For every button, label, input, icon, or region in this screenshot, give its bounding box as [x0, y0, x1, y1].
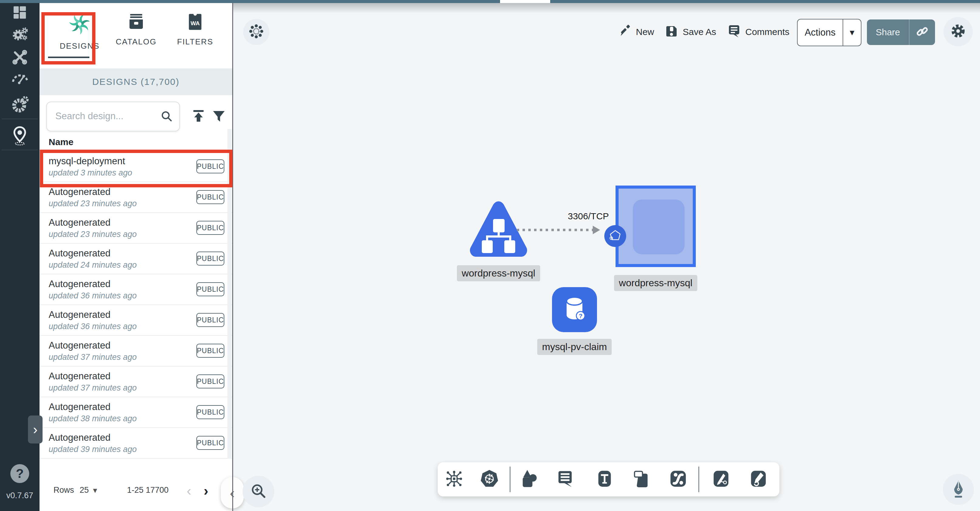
- svg-text:?: ?: [579, 313, 582, 319]
- design-updated: updated 37 minutes ago: [49, 383, 137, 393]
- panel-right-border: [232, 0, 233, 511]
- top-scrollbar-thumb[interactable]: [500, 0, 550, 3]
- visibility-badge: PUBLIC: [196, 374, 224, 388]
- save-as-button[interactable]: Save As: [683, 27, 716, 37]
- edge-port-label: 3306/TCP: [568, 211, 609, 222]
- notes-shapes-icon[interactable]: [632, 469, 649, 489]
- help-question-icon: ?: [16, 466, 24, 481]
- rows-per-page-caret-icon[interactable]: ▾: [93, 485, 97, 495]
- search-box: [46, 102, 180, 131]
- canvas-settings-button[interactable]: [943, 17, 973, 46]
- help-button[interactable]: ?: [10, 464, 29, 483]
- dashboard-icon[interactable]: [11, 4, 28, 22]
- search-icon: [160, 110, 173, 124]
- design-updated: updated 36 minutes ago: [49, 291, 137, 300]
- design-name: Autogenerated: [49, 371, 110, 382]
- tab-filters[interactable]: WA FILTERS: [168, 12, 223, 46]
- search-input[interactable]: [55, 103, 156, 129]
- comments-button[interactable]: Comments: [745, 27, 789, 37]
- top-scrollbar-track[interactable]: [0, 0, 980, 3]
- deployment-node-label: wordpress-mysql: [614, 275, 697, 291]
- design-row[interactable]: Autogenerated updated 36 minutes ago PUB…: [40, 305, 232, 336]
- visibility-badge: PUBLIC: [196, 282, 224, 296]
- design-pen-button[interactable]: [943, 474, 974, 505]
- actions-caret-icon[interactable]: ▼: [843, 28, 861, 37]
- canvas-views-button[interactable]: [243, 19, 269, 45]
- visibility-badge: PUBLIC: [196, 190, 224, 204]
- freehand-pencil-icon[interactable]: [750, 469, 767, 489]
- column-header-name: Name: [49, 137, 73, 147]
- share-button[interactable]: Share: [867, 19, 935, 45]
- annotation-box-selected-row: [40, 150, 232, 187]
- tab-catalog[interactable]: CATALOG: [109, 12, 164, 46]
- pod-pentagon-icon: [608, 228, 622, 244]
- port-badge[interactable]: [604, 225, 626, 247]
- sidebar-divider: [2, 150, 38, 150]
- performance-gauge-icon[interactable]: [11, 69, 29, 86]
- pvc-node-label: mysql-pv-claim: [537, 339, 612, 355]
- text-tool-icon[interactable]: [596, 469, 613, 489]
- app-version: v0.7.67: [0, 491, 40, 500]
- comments-bubble-icon[interactable]: [727, 24, 741, 40]
- relationship-link-icon[interactable]: [669, 469, 687, 489]
- lifecycle-gears-icon[interactable]: [11, 26, 29, 45]
- pvc-node[interactable]: ?: [552, 287, 597, 332]
- dot-flower-icon: [248, 24, 264, 40]
- toolbar-divider: [510, 466, 511, 492]
- rows-label: Rows: [54, 485, 74, 495]
- new-design-pencil-icon[interactable]: [619, 24, 632, 39]
- vector-edit-pen-icon[interactable]: [713, 469, 730, 489]
- pagination-range: 1-25 17700: [127, 485, 169, 495]
- design-row[interactable]: Autogenerated updated 37 minutes ago PUB…: [40, 367, 232, 397]
- design-name: Autogenerated: [49, 217, 110, 228]
- share-label: Share: [867, 27, 909, 37]
- actions-label: Actions: [798, 27, 843, 38]
- design-row[interactable]: Autogenerated updated 36 minutes ago PUB…: [40, 275, 232, 305]
- components-circuit-icon[interactable]: [445, 469, 463, 489]
- new-button[interactable]: New: [636, 27, 654, 37]
- comment-icon[interactable]: [556, 470, 574, 489]
- mesh-adapter-icon[interactable]: [10, 95, 29, 115]
- actions-button[interactable]: Actions ▼: [797, 19, 861, 46]
- rows-per-page-select[interactable]: 25: [80, 485, 89, 495]
- copy-link-icon[interactable]: [910, 26, 935, 39]
- design-name: Autogenerated: [49, 309, 110, 320]
- design-row[interactable]: Autogenerated updated 39 minutes ago PUB…: [40, 428, 232, 459]
- upload-design-icon[interactable]: [191, 108, 206, 125]
- design-name: Autogenerated: [49, 340, 110, 351]
- kubernetes-helm-icon[interactable]: [480, 469, 499, 489]
- canvas-top-shadow: [233, 3, 980, 13]
- design-name: Autogenerated: [49, 401, 110, 412]
- design-updated: updated 23 minutes ago: [49, 199, 137, 208]
- next-page-button[interactable]: ›: [204, 482, 208, 499]
- sidebar-expand-handle[interactable]: ›: [28, 415, 43, 444]
- wasm-filters-icon: WA: [186, 27, 204, 32]
- designs-list: mysql-deployment updated 3 minutes ago P…: [40, 152, 232, 459]
- visibility-badge: PUBLIC: [196, 436, 224, 450]
- filter-funnel-icon[interactable]: [212, 109, 226, 125]
- design-updated: updated 37 minutes ago: [49, 353, 137, 362]
- design-row[interactable]: Autogenerated updated 37 minutes ago PUB…: [40, 336, 232, 367]
- design-row[interactable]: Autogenerated updated 23 minutes ago PUB…: [40, 213, 232, 244]
- annotation-box-designs-tab: [41, 12, 95, 64]
- gear-icon: [950, 22, 967, 41]
- sidebar-divider: [2, 119, 38, 119]
- shapes-icon[interactable]: [521, 469, 539, 489]
- zoom-in-button[interactable]: [243, 476, 274, 507]
- design-updated: updated 24 minutes ago: [49, 260, 137, 270]
- design-updated: updated 23 minutes ago: [49, 230, 137, 239]
- design-row[interactable]: Autogenerated updated 38 minutes ago PUB…: [40, 397, 232, 428]
- svg-text:WA: WA: [191, 20, 200, 26]
- design-row[interactable]: Autogenerated updated 24 minutes ago PUB…: [40, 244, 232, 275]
- edge-arrowhead: [593, 226, 600, 234]
- kanvas-pin-icon[interactable]: [11, 126, 29, 147]
- deployment-pod-shape[interactable]: [633, 200, 684, 254]
- configuration-tools-icon[interactable]: [11, 49, 28, 67]
- prev-page-button[interactable]: ‹: [187, 482, 191, 499]
- visibility-badge: PUBLIC: [196, 405, 224, 419]
- design-name: Autogenerated: [49, 279, 110, 289]
- zoom-in-magnifier-icon: [249, 482, 267, 501]
- save-as-floppy-icon[interactable]: [665, 24, 678, 40]
- app-root: ? v0.7.67 › DESIGNS: [0, 0, 980, 511]
- service-edge[interactable]: [517, 229, 595, 231]
